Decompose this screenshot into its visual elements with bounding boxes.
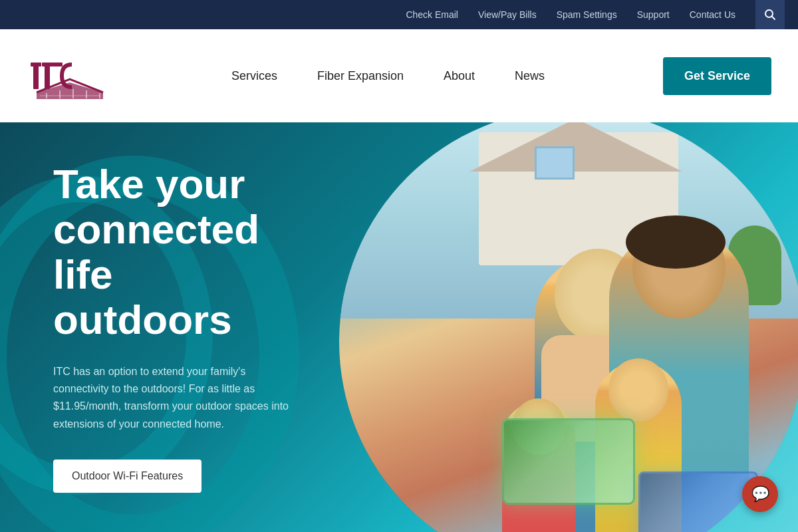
spam-settings-link[interactable]: Spam Settings (557, 9, 617, 20)
contact-us-link[interactable]: Contact Us (690, 9, 735, 20)
hero-image-area (319, 122, 798, 532)
view-pay-bills-link[interactable]: View/Pay Bills (478, 9, 537, 20)
hero-title-line4: outdoors (53, 297, 232, 342)
hero-title-line1: Take your (53, 161, 245, 207)
svg-line-1 (772, 17, 775, 20)
hero-section: Take your connected life outdoors ITC ha… (0, 122, 798, 532)
second-device (638, 471, 758, 532)
check-email-link[interactable]: Check Email (406, 9, 458, 20)
outdoor-wifi-button[interactable]: Outdoor Wi-Fi Features (53, 460, 201, 493)
get-service-button[interactable]: Get Service (663, 57, 771, 95)
support-link[interactable]: Support (637, 9, 670, 20)
main-nav: Services Fiber Expansion About News (113, 69, 663, 83)
house-roof (469, 122, 682, 172)
nav-about[interactable]: About (444, 69, 475, 83)
search-icon (764, 9, 776, 21)
svg-rect-3 (31, 63, 41, 66)
hero-title-line3: life (53, 251, 113, 297)
header: Services Fiber Expansion About News Get … (0, 29, 798, 122)
svg-rect-5 (42, 63, 53, 66)
nav-fiber-expansion[interactable]: Fiber Expansion (317, 69, 404, 83)
top-bar: Check Email View/Pay Bills Spam Settings… (0, 0, 798, 29)
logo-area[interactable] (27, 43, 113, 109)
hero-content: Take your connected life outdoors ITC ha… (0, 122, 346, 532)
house-window (535, 146, 575, 180)
itc-logo (27, 43, 113, 109)
family-background (339, 122, 798, 532)
hero-title: Take your connected life outdoors (53, 162, 293, 343)
hero-image-circle (339, 122, 798, 532)
search-button[interactable] (755, 0, 785, 29)
nav-news[interactable]: News (515, 69, 545, 83)
nav-services[interactable]: Services (231, 69, 277, 83)
tablet-device (502, 418, 635, 505)
chat-button[interactable]: 💬 (742, 476, 778, 512)
svg-rect-6 (52, 63, 63, 66)
hero-description: ITC has an option to extend your family'… (53, 363, 293, 434)
chat-icon: 💬 (751, 485, 769, 503)
hero-title-line2: connected (53, 206, 259, 252)
